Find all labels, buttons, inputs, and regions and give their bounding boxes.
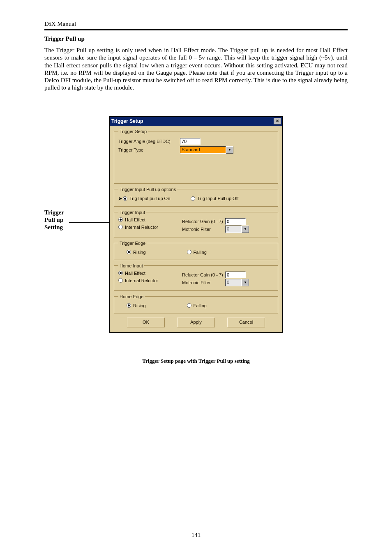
group-trigger-setup: Trigger Setup Trigger Angle (deg BTDC) T… <box>114 129 278 184</box>
radio-home-edge-rising-label: Rising <box>133 303 146 308</box>
select-trigger-type-value: Standard <box>180 146 226 154</box>
select-home-filter[interactable]: 0 ▼ <box>225 279 249 286</box>
select-home-filter-value: 0 <box>225 279 242 286</box>
radio-home-hall[interactable]: Hall Effect <box>118 271 174 276</box>
radio-trigger-edge-falling[interactable]: Falling <box>187 250 207 255</box>
radio-pullup-off[interactable]: Trig Input Pull up Off <box>191 196 238 201</box>
radio-pullup-on[interactable]: Trig Input pull up On <box>123 196 170 201</box>
radio-dot-icon <box>187 250 191 254</box>
legend-trigger-input: Trigger Input <box>118 210 146 215</box>
input-trigger-gain[interactable] <box>225 218 246 225</box>
select-trigger-filter-value: 0 <box>225 226 242 233</box>
input-trigger-angle[interactable] <box>180 138 201 145</box>
radio-dot-icon <box>127 250 131 254</box>
radio-trigger-reluctor[interactable]: Internal Reluctor <box>118 225 174 230</box>
callout-line2: Pull up <box>44 216 63 223</box>
label-home-filter: Motronic Filter <box>182 280 225 285</box>
legend-trigger-setup: Trigger Setup <box>118 129 148 134</box>
radio-trigger-edge-rising[interactable]: Rising <box>127 250 146 255</box>
legend-home-input: Home Input <box>118 263 144 268</box>
select-trigger-filter[interactable]: 0 ▼ <box>225 226 249 233</box>
radio-home-edge-falling-label: Falling <box>194 303 207 308</box>
radio-dot-icon <box>118 225 123 229</box>
callout-line1: Trigger <box>44 209 64 216</box>
figure-caption: Trigger Setup page with Trigger Pull up … <box>44 358 348 364</box>
radio-dot-icon <box>123 196 127 201</box>
radio-pullup-on-label: Trig Input pull up On <box>129 196 170 201</box>
radio-dot-icon <box>118 278 123 283</box>
radio-trigger-hall[interactable]: Hall Effect <box>118 217 174 222</box>
label-trigger-gain: Reluctor Gain (0 - 7) <box>182 219 225 224</box>
trigger-setup-dialog: Trigger Setup ✕ Trigger Setup Trigger An… <box>109 116 283 333</box>
label-trigger-filter: Motronic Filter <box>182 227 225 232</box>
dialog-body: Trigger Setup Trigger Angle (deg BTDC) T… <box>110 126 282 332</box>
apply-button[interactable]: Apply <box>177 318 215 327</box>
radio-pullup-off-label: Trig Input Pull up Off <box>197 196 238 201</box>
radio-home-edge-falling[interactable]: Falling <box>187 303 207 308</box>
radio-trigger-edge-falling-label: Falling <box>194 250 207 255</box>
group-trigger-input: Trigger Input Hall Effect Internal Reluc… <box>114 210 278 237</box>
dialog-titlebar: Trigger Setup ✕ <box>110 117 282 126</box>
label-trigger-type: Trigger Type <box>118 147 180 152</box>
header-rule <box>44 29 348 30</box>
chevron-down-icon[interactable]: ▼ <box>242 279 249 286</box>
close-icon: ✕ <box>276 119 279 123</box>
body-paragraph: The Trigger Pull up setting is only used… <box>44 46 348 92</box>
legend-pullup: Trigger Input Pull up options <box>118 187 177 192</box>
radio-dot-icon <box>118 271 123 275</box>
select-trigger-type[interactable]: Standard ▼ <box>180 146 233 154</box>
group-trigger-edge: Trigger Edge Rising Falling <box>114 241 278 260</box>
close-button[interactable]: ✕ <box>274 118 281 124</box>
radio-dot-icon <box>127 303 131 308</box>
callout-arrow-icon: ➤ <box>118 196 122 201</box>
radio-trigger-hall-label: Hall Effect <box>125 217 145 222</box>
callout-label: Trigger Pull up Setting <box>44 209 98 231</box>
cancel-button[interactable]: Cancel <box>227 318 265 327</box>
group-home-edge: Home Edge Rising Falling <box>114 294 278 313</box>
figure-wrap: Trigger Pull up Setting Trigger Setup ✕ … <box>44 116 348 371</box>
dialog-title: Trigger Setup <box>111 118 143 124</box>
radio-trigger-edge-rising-label: Rising <box>133 250 146 255</box>
legend-trigger-edge: Trigger Edge <box>118 241 147 246</box>
page-number: 141 <box>0 532 392 539</box>
chevron-down-icon[interactable]: ▼ <box>226 146 233 154</box>
radio-trigger-reluctor-label: Internal Reluctor <box>125 225 158 230</box>
radio-home-reluctor-label: Internal Reluctor <box>125 278 158 283</box>
radio-dot-icon <box>118 217 123 222</box>
button-row: OK Apply Cancel <box>114 318 278 327</box>
chevron-down-icon[interactable]: ▼ <box>242 226 249 233</box>
radio-home-edge-rising[interactable]: Rising <box>127 303 146 308</box>
input-home-gain[interactable] <box>225 272 246 278</box>
group-pullup-options: Trigger Input Pull up options ➤ Trig Inp… <box>114 187 278 207</box>
running-head: E6X Manual <box>44 21 348 28</box>
legend-home-edge: Home Edge <box>118 294 145 299</box>
ok-button[interactable]: OK <box>127 318 165 327</box>
label-home-gain: Reluctor Gain (0 - 7) <box>182 272 225 277</box>
label-trigger-angle: Trigger Angle (deg BTDC) <box>118 139 180 144</box>
radio-dot-icon <box>191 196 195 201</box>
radio-home-hall-label: Hall Effect <box>125 271 145 276</box>
group-home-input: Home Input Hall Effect Internal Reluctor <box>114 263 278 291</box>
radio-home-reluctor[interactable]: Internal Reluctor <box>118 278 174 283</box>
callout-line3: Setting <box>44 224 63 230</box>
section-title: Trigger Pull up <box>44 35 348 42</box>
radio-dot-icon <box>187 303 191 308</box>
